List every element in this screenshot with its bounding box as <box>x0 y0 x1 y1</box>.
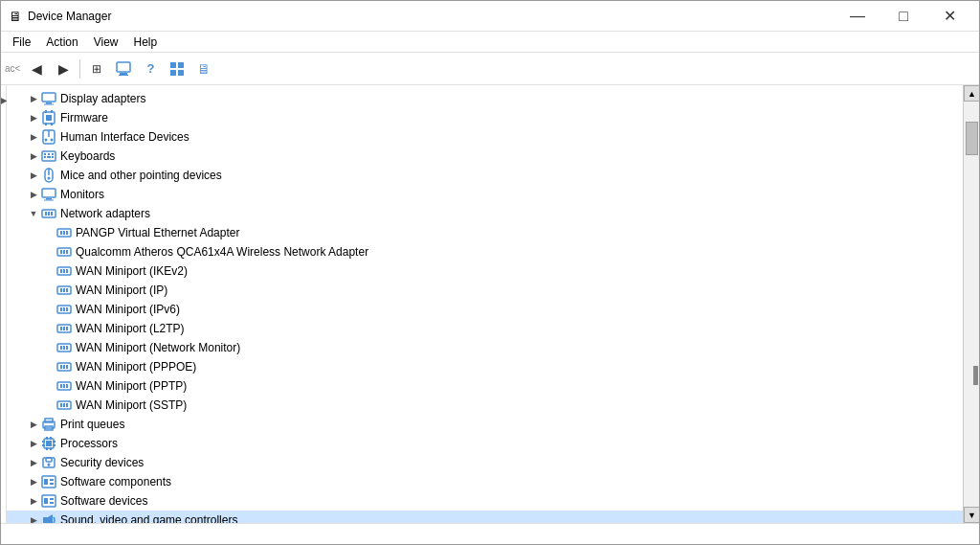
expand-icon-firmware[interactable]: ▶ <box>26 110 41 125</box>
svg-rect-67 <box>63 365 65 369</box>
window-icon: 🖥 <box>9 9 22 24</box>
title-bar: 🖥 Device Manager — □ ✕ <box>1 1 979 32</box>
svg-rect-78 <box>45 419 53 422</box>
toolbar-back[interactable]: ◀ <box>24 57 49 81</box>
icon-wan-l2tp <box>56 321 72 336</box>
expand-icon-security[interactable]: ▶ <box>26 455 41 470</box>
svg-rect-89 <box>53 444 56 446</box>
tree-item-hid[interactable]: ▶ Human Interface Devices <box>7 127 963 147</box>
scroll-marker <box>973 366 978 385</box>
icon-software-components <box>41 474 56 489</box>
label-sound: Sound, video and game controllers <box>60 513 237 523</box>
tree-item-wan-sstp[interactable]: ▶ WAN Miniport (SSTP) <box>7 396 963 415</box>
tree-item-software-devices[interactable]: ▶ Software devices <box>7 491 963 511</box>
scrollbar-vertical[interactable]: ▲ ▼ <box>963 85 979 523</box>
menu-view[interactable]: View <box>86 34 126 51</box>
label-firmware: Firmware <box>60 111 108 125</box>
tree-item-wan-pppoe[interactable]: ▶ WAN Miniport (PPPOE) <box>7 357 963 376</box>
scroll-thumb[interactable] <box>966 122 978 155</box>
menu-help[interactable]: Help <box>126 34 166 51</box>
label-wan-ip: WAN Miniport (IP) <box>76 284 167 297</box>
svg-rect-52 <box>66 288 68 292</box>
tree-item-wan-pptp[interactable]: ▶ WAN Miniport (PPTP) <box>7 376 963 396</box>
svg-rect-15 <box>51 123 53 125</box>
tree-item-monitors[interactable]: ▶ Monitors <box>7 185 963 204</box>
tree-view[interactable]: ▶ Display adapters ▶ <box>7 85 963 523</box>
icon-wan-pptp <box>56 378 72 394</box>
expand-icon-display[interactable]: ▶ <box>26 91 41 106</box>
svg-rect-96 <box>50 479 54 481</box>
toolbar-help[interactable]: ? <box>138 57 163 81</box>
expand-icon-sound[interactable]: ▶ <box>26 512 41 523</box>
expand-icon-software-comp[interactable]: ▶ <box>26 474 41 489</box>
toolbar-properties[interactable]: ⊞ <box>84 57 109 81</box>
svg-rect-1 <box>120 73 127 75</box>
tree-item-processors[interactable]: ▶ Processors <box>7 434 963 453</box>
svg-rect-76 <box>66 403 68 407</box>
menu-action[interactable]: Action <box>38 34 85 51</box>
close-button[interactable]: ✕ <box>927 1 971 32</box>
tree-item-wan-ip[interactable]: ▶ WAN Miniport (IP) <box>7 281 963 300</box>
svg-rect-38 <box>60 231 62 235</box>
scroll-down-button[interactable]: ▼ <box>964 507 979 523</box>
svg-rect-101 <box>50 502 54 504</box>
icon-firmware <box>41 110 56 125</box>
tree-item-wan-ikev2[interactable]: ▶ WAN Miniport (IKEv2) <box>7 261 963 281</box>
expand-icon-software-dev[interactable]: ▶ <box>26 493 41 509</box>
svg-rect-56 <box>66 307 68 311</box>
svg-rect-63 <box>63 346 65 350</box>
svg-rect-86 <box>42 441 45 443</box>
svg-rect-64 <box>66 346 68 350</box>
icon-wan-ipv6 <box>56 302 72 317</box>
svg-rect-58 <box>60 327 62 330</box>
maximize-button[interactable]: □ <box>881 1 925 32</box>
expand-icon-mice[interactable]: ▶ <box>26 168 41 183</box>
svg-rect-36 <box>51 212 53 216</box>
tree-item-sound[interactable]: ▶ Sound, video and game controllers <box>7 511 963 523</box>
icon-software-devices <box>41 493 56 509</box>
tree-item-qualcomm[interactable]: ▶ Qualcomm Atheros QCA61x4A Wireless Net… <box>7 242 963 261</box>
toolbar-forward[interactable]: ▶ <box>51 57 76 81</box>
svg-rect-40 <box>66 231 68 235</box>
tree-item-mice[interactable]: ▶ Mice and other pointing devices <box>7 166 963 185</box>
tree-item-software-components[interactable]: ▶ Software components <box>7 472 963 491</box>
tree-item-security[interactable]: ▶ Security devices <box>7 453 963 472</box>
scroll-up-button[interactable]: ▲ <box>964 85 979 102</box>
svg-rect-34 <box>45 212 47 216</box>
menu-file[interactable]: File <box>5 34 38 51</box>
toolbar-monitor[interactable]: 🖥 <box>191 57 216 81</box>
icon-mice <box>41 168 56 183</box>
svg-rect-70 <box>60 384 62 388</box>
main-area: ▶ ▶ Display adapters ▶ <box>1 85 979 523</box>
expand-icon-print[interactable]: ▶ <box>26 417 41 432</box>
label-wan-sstp: WAN Miniport (SSTP) <box>76 398 187 412</box>
expand-icon-keyboards[interactable]: ▶ <box>26 148 41 164</box>
expand-icon-processors[interactable]: ▶ <box>26 436 41 451</box>
tree-item-firmware[interactable]: ▶ Firmware <box>7 108 963 127</box>
tree-item-wan-l2tp[interactable]: ▶ WAN Miniport (L2TP) <box>7 319 963 338</box>
expand-icon-monitors[interactable]: ▶ <box>26 187 41 202</box>
svg-rect-82 <box>46 437 48 440</box>
expand-icon-network[interactable]: ▼ <box>26 206 41 221</box>
tree-item-keyboards[interactable]: ▶ Keyboards <box>7 147 963 166</box>
expand-icon-hid[interactable]: ▶ <box>26 129 41 145</box>
label-print-queues: Print queues <box>60 418 124 431</box>
tree-item-display-adapters[interactable]: ▶ Display adapters <box>7 89 963 108</box>
tree-item-wan-netmon[interactable]: ▶ WAN Miniport (Network Monitor) <box>7 338 963 357</box>
svg-rect-21 <box>44 153 46 155</box>
svg-rect-54 <box>60 307 62 311</box>
icon-pangp <box>56 225 72 240</box>
tree-item-wan-ipv6[interactable]: ▶ WAN Miniport (IPv6) <box>7 300 963 319</box>
toolbar-update-driver[interactable] <box>111 57 136 81</box>
svg-rect-22 <box>48 153 50 155</box>
minimize-button[interactable]: — <box>835 1 880 32</box>
svg-rect-66 <box>60 365 62 369</box>
tree-item-pangp[interactable]: ▶ PANGP Virtual Ethernet Adapter <box>7 223 963 242</box>
svg-rect-2 <box>119 75 128 76</box>
tree-item-network[interactable]: ▼ Network adapters <box>7 204 963 223</box>
tree-item-print-queues[interactable]: ▶ Print queues <box>7 415 963 434</box>
svg-rect-83 <box>50 437 52 440</box>
svg-rect-71 <box>63 384 65 388</box>
toolbar-view[interactable] <box>165 57 189 81</box>
svg-rect-32 <box>44 200 54 201</box>
